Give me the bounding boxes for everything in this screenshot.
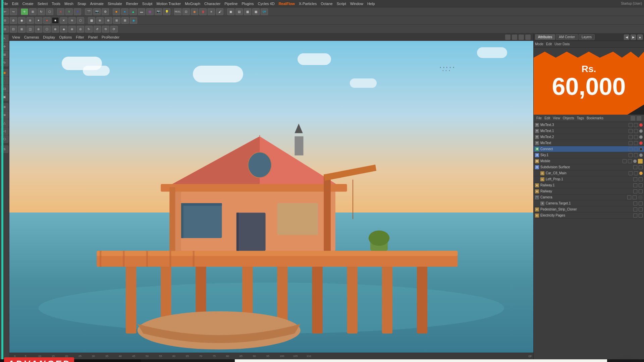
tb-rotate[interactable]: ↻ xyxy=(38,8,45,15)
tb-cube[interactable]: ■ xyxy=(113,8,120,15)
obj-render-car[interactable] xyxy=(634,171,638,175)
tb3-4[interactable]: ◫ xyxy=(26,26,34,33)
menu-cycles4d[interactable]: Cycles 4D xyxy=(258,2,275,6)
obj-render-mobile[interactable] xyxy=(628,159,632,163)
obj-row-motext[interactable]: T MoText xyxy=(534,140,644,146)
menu-octane[interactable]: Octane xyxy=(321,2,332,6)
ohdr-file[interactable]: File xyxy=(536,116,542,120)
vp-menu-options[interactable]: Options xyxy=(59,35,72,39)
tb3-7[interactable]: ⊕ xyxy=(52,26,59,33)
obj-vis-sky1[interactable] xyxy=(629,153,633,157)
vp-icon-1[interactable] xyxy=(505,35,511,40)
obj-vis-railway[interactable] xyxy=(633,189,637,193)
tb-transform[interactable]: ⬡ xyxy=(46,8,53,15)
tb2-2[interactable]: ⊘ xyxy=(10,17,17,24)
vp-menu-view[interactable]: View xyxy=(12,35,20,39)
tb2-9[interactable]: ≋ xyxy=(68,17,76,24)
obj-row-electricity[interactable]: E Electricity Pages xyxy=(534,213,644,219)
tb-group[interactable]: ⊡ xyxy=(182,8,190,15)
menu-simulate[interactable]: Simulate xyxy=(108,2,122,6)
rp-arrow-right[interactable]: ▶ xyxy=(631,35,636,40)
vp-menu-display[interactable]: Display xyxy=(43,35,55,39)
tb3-10[interactable]: ⊘ xyxy=(77,26,84,33)
tb-toggle-2[interactable]: ▤ xyxy=(235,8,243,15)
tb3-5[interactable]: ⊛ xyxy=(35,26,42,33)
tb3-6[interactable]: ⬡ xyxy=(43,26,51,33)
tb3-12[interactable]: ↺ xyxy=(94,26,101,33)
viewport[interactable]: View Cameras Display Options Filter Pane… xyxy=(9,34,533,353)
menu-pipeline[interactable]: Pipeline xyxy=(224,2,237,6)
obj-render-camera[interactable] xyxy=(633,195,637,199)
obj-render-sky1[interactable] xyxy=(634,153,638,157)
tb-qr[interactable]: QR xyxy=(261,8,268,15)
rp-arrow-left[interactable]: ◀ xyxy=(624,35,629,40)
ohdr-edit[interactable]: Edit xyxy=(544,116,550,120)
tb-cam-icon[interactable]: 📷 xyxy=(155,8,162,15)
menu-edit[interactable]: Edit xyxy=(12,2,18,6)
obj-row-pedcloner[interactable]: P Pedestrian_Strip_Cloner xyxy=(534,206,644,213)
menu-script[interactable]: Script xyxy=(337,2,346,6)
tb-material[interactable]: ◉ xyxy=(191,8,198,15)
tb3-11[interactable]: ↻ xyxy=(85,26,93,33)
menu-animate[interactable]: Animate xyxy=(90,2,104,6)
obj-vis-railway1[interactable] xyxy=(633,183,637,187)
vp-icon-4[interactable] xyxy=(525,35,531,40)
tb-redo[interactable]: ↪ xyxy=(10,8,17,15)
tb2-15[interactable]: ⊠ xyxy=(121,17,129,24)
obj-row-railway[interactable]: R Railway xyxy=(534,188,644,194)
tb-null[interactable]: NULL xyxy=(174,8,181,15)
obj-vis-motext3[interactable] xyxy=(629,123,633,127)
objects-list[interactable]: T MoText.3 T MoText.1 T MoTe xyxy=(534,122,644,359)
obj-vis-motext2[interactable] xyxy=(629,135,633,139)
rmode-mode[interactable]: Mode xyxy=(535,42,543,46)
obj-row-cameratarget[interactable]: T Camera.Target.1 xyxy=(534,200,644,206)
obj-render-railway[interactable] xyxy=(639,189,643,193)
tb-torus[interactable]: ◎ xyxy=(146,8,154,15)
menu-render[interactable]: Render xyxy=(126,2,138,6)
tb3-9[interactable]: ⊗ xyxy=(68,26,76,33)
tb-sphere[interactable]: ● xyxy=(121,8,128,15)
tb-light[interactable]: 💡 xyxy=(163,8,170,15)
tb2-16[interactable]: ◈ xyxy=(130,17,137,24)
tb2-5[interactable]: ✦ xyxy=(35,17,42,24)
menu-window[interactable]: Window xyxy=(350,2,363,6)
tb-layer[interactable]: ≡ xyxy=(208,8,215,15)
ohdr-objects[interactable]: Objects xyxy=(563,116,574,120)
menu-snap[interactable]: Snap xyxy=(77,2,86,6)
obj-row-motext3[interactable]: T MoText.3 xyxy=(534,122,644,128)
menu-tools[interactable]: Tools xyxy=(52,2,60,6)
obj-row-motext2[interactable]: T MoText.2 xyxy=(534,134,644,140)
menu-character[interactable]: Character xyxy=(204,2,220,6)
tb-axis-y[interactable]: Y xyxy=(65,8,73,15)
tb-toggle-4[interactable]: ▩ xyxy=(252,8,260,15)
tb-toggle-1[interactable]: ▣ xyxy=(227,8,234,15)
tb-toggle-3[interactable]: ▦ xyxy=(244,8,251,15)
obj-vis-camera[interactable] xyxy=(627,195,631,199)
tab-am-center[interactable]: AM Center xyxy=(556,34,578,40)
tb-paint[interactable]: 🖌 xyxy=(216,8,223,15)
obj-vis-motext1[interactable] xyxy=(629,129,633,133)
tb2-6[interactable]: ● xyxy=(43,17,51,24)
obj-settings-icon[interactable] xyxy=(637,116,641,121)
obj-vis-motext[interactable] xyxy=(629,141,633,145)
obj-render-railway1[interactable] xyxy=(639,183,643,187)
obj-row-camera[interactable]: 📷 Camera xyxy=(534,194,644,200)
vp-menu-cameras[interactable]: Cameras xyxy=(24,35,39,39)
obj-render-motext1[interactable] xyxy=(634,129,638,133)
menu-mograph[interactable]: MoGraph xyxy=(185,2,200,6)
obj-render-subdiv[interactable] xyxy=(639,165,643,169)
tb3-2[interactable]: ⊡ xyxy=(10,26,17,33)
tb2-10[interactable]: ⬡ xyxy=(77,17,84,24)
tb-plane[interactable]: ▬ xyxy=(138,8,145,15)
vp-menu-filter[interactable]: Filter xyxy=(76,35,84,39)
tb3-3[interactable]: ⊞ xyxy=(18,26,25,33)
obj-vis-leftprop[interactable] xyxy=(633,177,637,181)
obj-render-motext3[interactable] xyxy=(634,123,638,127)
menu-help[interactable]: Help xyxy=(367,2,375,6)
obj-row-sky1[interactable]: ☀ Sky.1 xyxy=(534,152,644,158)
menu-plugins[interactable]: Plugins xyxy=(241,2,254,6)
obj-render-motext2[interactable] xyxy=(634,135,638,139)
tb2-7[interactable]: ■ xyxy=(52,17,59,24)
obj-search-icon[interactable] xyxy=(631,116,635,121)
tb3-13[interactable]: ⟲ xyxy=(102,26,109,33)
